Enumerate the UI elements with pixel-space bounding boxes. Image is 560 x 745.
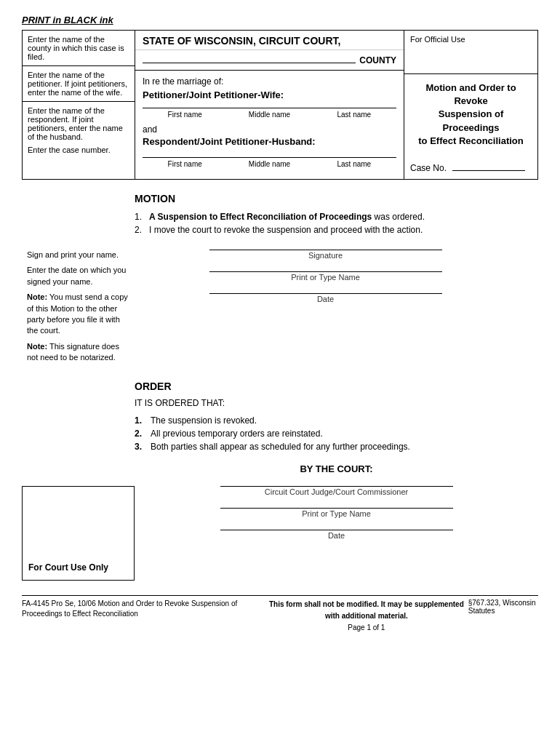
sig-left-notes: Sign and print your name. Enter the date… (22, 250, 135, 368)
date-label: Date (209, 295, 442, 303)
footer-right: §767.323, Wisconsin Statutes (468, 599, 538, 615)
judge-date-block: Date (220, 530, 453, 550)
sign-note-4: Note: This signature does not need to be… (27, 341, 129, 364)
court-sig-section: For Court Use Only Circuit Court Judge/C… (22, 486, 538, 581)
order-item-2: 2. All previous temporary orders are rei… (135, 429, 538, 439)
sig-right: Signature Print or Type Name Date (135, 250, 538, 368)
judge-print-label: Print or Type Name (220, 509, 453, 518)
in-re-label: In re the marriage of: (143, 76, 396, 87)
footer-center: This form shall not be modified. It may … (265, 599, 468, 634)
judge-sig-underline[interactable] (220, 486, 453, 487)
sig-line-block-2: Print or Type Name (209, 271, 442, 292)
judge-date-underline[interactable] (220, 530, 453, 530)
county-instruction: Enter the name of the county in which th… (23, 31, 135, 66)
header-table: Enter the name of the county in which th… (22, 30, 538, 180)
respondent-label: Respondent/Joint Petitioner-Husband: (135, 136, 404, 150)
court-sig-right: Circuit Court Judge/Court Commissioner P… (135, 486, 538, 581)
resp-middle-name-label: Middle name (227, 160, 311, 168)
order-item-3: 3. Both parties shall appear as schedule… (135, 442, 538, 452)
motion-item-1-num: 1. (135, 212, 149, 222)
order-item-3-num: 3. (135, 442, 151, 452)
sig-line-block-1: Signature (209, 250, 442, 270)
center-col: STATE OF WISCONSIN, CIRCUIT COURT, COUNT… (135, 30, 404, 180)
title-line3: to Effect Reconciliation (410, 135, 532, 148)
note-label-4: Note: (27, 342, 47, 351)
respondent-name-cols: First name Middle name Last name (135, 159, 404, 172)
right-col: For Official Use Motion and Order to Rev… (404, 30, 538, 180)
petitioner-instruction: Enter the name of the petitioner. If joi… (23, 66, 135, 102)
motion-item-1-bold: A Suspension to Effect Reconciliation of… (149, 212, 372, 222)
county-row: COUNTY (135, 50, 404, 71)
marriage-section: In re the marriage of: Petitioner/Joint … (135, 71, 404, 100)
order-item-1-num: 1. (135, 415, 151, 426)
sig-underline-1[interactable] (209, 250, 442, 250)
judge-print-underline[interactable] (220, 508, 453, 509)
sign-note-3: Note: You must send a copy of this Motio… (27, 292, 129, 337)
last-name-label: Last name (312, 111, 396, 119)
signature-section: Sign and print your name. Enter the date… (22, 250, 538, 368)
and-text: and (135, 123, 404, 136)
petitioner-name-cols: First name Middle name Last name (135, 110, 404, 123)
print-label: Print or Type Name (209, 273, 442, 282)
judge-date-label: Date (220, 531, 453, 540)
motion-items: 1. A Suspension to Effect Reconciliation… (135, 212, 538, 235)
respondent-instruction: Enter the name of the respondent. If joi… (23, 102, 135, 159)
footer: FA-4145 Pro Se, 10/06 Motion and Order t… (22, 595, 538, 634)
middle-name-label: Middle name (227, 111, 311, 119)
motion-item-2-num: 2. (135, 225, 149, 235)
print-header: PRINT in BLACK ink (22, 15, 538, 25)
form-title-cell: Motion and Order to Revoke Suspension of… (404, 74, 537, 155)
order-title: ORDER (135, 381, 538, 392)
court-use-box: For Court Use Only (22, 486, 135, 581)
sig-line-block-3: Date (209, 293, 442, 314)
order-item-2-text: All previous temporary orders are reinst… (151, 429, 323, 439)
motion-title: MOTION (135, 193, 538, 204)
resp-last-name-label: Last name (312, 160, 396, 168)
sig-underline-3[interactable] (209, 293, 442, 294)
respondent-name-line[interactable] (143, 157, 396, 158)
resp-first-name-label: First name (143, 160, 227, 168)
note-label-3: Note: (27, 292, 47, 301)
state-title-row: STATE OF WISCONSIN, CIRCUIT COURT, (135, 31, 404, 50)
for-court-use-label: For Court Use Only (28, 562, 108, 573)
motion-item-2-text: I move the court to revoke the suspensio… (149, 225, 423, 235)
footer-center-bold: This form shall not be modified. It may … (265, 599, 468, 622)
judge-label: Circuit Court Judge/Court Commissioner (220, 487, 453, 496)
footer-left: FA-4145 Pro Se, 10/06 Motion and Order t… (22, 599, 265, 619)
order-section: ORDER IT IS ORDERED THAT: 1. The suspens… (22, 367, 538, 474)
sign-note-1: Sign and print your name. (27, 250, 129, 260)
official-use-cell: For Official Use (404, 31, 537, 74)
sig-label: Signature (209, 251, 442, 260)
order-item-1-text: The suspension is revoked. (151, 415, 257, 426)
by-court: BY THE COURT: (135, 463, 538, 474)
petitioner-name-line[interactable] (143, 108, 396, 108)
order-item-2-num: 2. (135, 429, 151, 439)
state-title: STATE OF WISCONSIN, CIRCUIT COURT, (143, 35, 340, 47)
left-instructions-col: Enter the name of the county in which th… (22, 30, 135, 180)
sig-underline-2[interactable] (209, 271, 442, 272)
judge-print-block: Print or Type Name (220, 508, 453, 528)
case-no-cell: Case No. (404, 155, 537, 179)
order-item-1: 1. The suspension is revoked. (135, 415, 538, 426)
order-items: 1. The suspension is revoked. 2. All pre… (135, 415, 538, 452)
motion-item-1: 1. A Suspension to Effect Reconciliation… (135, 212, 538, 222)
title-line1: Motion and Order to Revoke (410, 81, 532, 108)
order-subtitle: IT IS ORDERED THAT: (135, 398, 538, 408)
motion-item-2: 2. I move the court to revoke the suspen… (135, 225, 538, 235)
footer-page: Page 1 of 1 (265, 622, 468, 634)
sign-note-2: Enter the date on which you signed your … (27, 265, 129, 287)
title-line2: Suspension of Proceedings (410, 108, 532, 134)
order-item-3-text: Both parties shall appear as scheduled f… (151, 442, 410, 452)
motion-item-1-text: A Suspension to Effect Reconciliation of… (149, 212, 425, 222)
motion-section: MOTION 1. A Suspension to Effect Reconci… (22, 180, 538, 235)
first-name-label: First name (143, 111, 227, 119)
motion-item-1-rest: was ordered. (372, 212, 425, 222)
petitioner-label: Petitioner/Joint Petitioner-Wife: (143, 89, 396, 100)
county-input-line[interactable] (143, 50, 356, 63)
county-label: COUNTY (359, 55, 396, 65)
case-no-label: Case No. (410, 163, 447, 173)
judge-sig-line-block: Circuit Court Judge/Court Commissioner (220, 486, 453, 506)
